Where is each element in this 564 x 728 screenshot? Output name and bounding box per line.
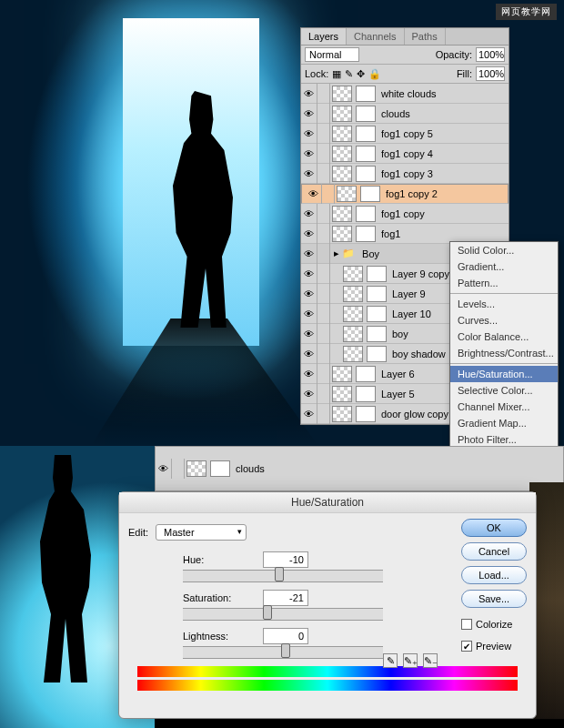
menu-item[interactable]: Pattern... xyxy=(450,275,558,291)
menu-item[interactable]: Channel Mixer... xyxy=(450,399,558,415)
cancel-button[interactable]: Cancel xyxy=(461,542,527,561)
layer-name: fog1 copy 4 xyxy=(378,148,509,159)
visibility-icon[interactable]: 👁 xyxy=(301,284,317,304)
visibility-icon[interactable]: 👁 xyxy=(301,384,317,404)
menu-item[interactable]: Gradient Map... xyxy=(450,415,558,431)
visibility-icon[interactable]: 👁 xyxy=(156,459,172,479)
visibility-icon[interactable]: 👁 xyxy=(301,364,317,384)
link-col xyxy=(317,124,330,144)
layer-thumb xyxy=(332,386,352,402)
menu-item[interactable]: Gradient... xyxy=(450,258,558,275)
opacity-field[interactable]: 100% xyxy=(476,47,505,62)
layer-row[interactable]: 👁fog1 copy 2 xyxy=(301,184,509,204)
visibility-icon[interactable]: 👁 xyxy=(301,224,317,244)
link-col xyxy=(317,84,330,104)
link-col xyxy=(317,244,330,264)
load-button[interactable]: Load... xyxy=(461,566,527,584)
saturation-field[interactable]: -21 xyxy=(263,590,308,606)
edit-dropdown[interactable]: Master xyxy=(156,524,247,541)
hue-field[interactable]: -10 xyxy=(263,551,308,568)
mask-thumb xyxy=(367,266,387,282)
visibility-icon[interactable]: 👁 xyxy=(306,184,322,204)
menu-item[interactable]: Solid Color... xyxy=(450,242,558,258)
eyedropper-subtract-icon[interactable]: ✎₋ xyxy=(423,653,438,668)
menu-item[interactable]: Hue/Saturation... xyxy=(450,366,558,382)
tab-channels[interactable]: Channels xyxy=(347,28,404,45)
preview-checkbox[interactable]: ✔ xyxy=(461,641,472,652)
mask-thumb xyxy=(360,186,380,202)
strip-layer-name: clouds xyxy=(232,463,563,474)
menu-item[interactable]: Levels... xyxy=(450,296,558,312)
lock-all-icon[interactable]: 🔒 xyxy=(368,68,381,80)
mask-thumb xyxy=(356,166,376,182)
layer-name: fog1 xyxy=(378,228,509,239)
layer-row[interactable]: 👁clouds xyxy=(301,104,509,124)
layer-row[interactable]: 👁fog1 copy 3 xyxy=(301,164,509,184)
lock-paint-icon[interactable]: ✎ xyxy=(345,68,353,80)
tab-paths[interactable]: Paths xyxy=(405,28,446,45)
fill-field[interactable]: 100% xyxy=(476,66,505,81)
mask-thumb xyxy=(356,206,376,222)
layer-row[interactable]: 👁fog1 copy 4 xyxy=(301,144,509,164)
eyedropper-group: ✎ ✎₊ ✎₋ xyxy=(383,653,438,668)
visibility-icon[interactable]: 👁 xyxy=(301,204,317,224)
visibility-icon[interactable]: 👁 xyxy=(301,304,317,324)
lock-position-icon[interactable]: ✥ xyxy=(357,68,365,80)
eyedropper-icon[interactable]: ✎ xyxy=(383,653,398,668)
hue-label: Hue: xyxy=(183,554,256,565)
visibility-icon[interactable]: 👁 xyxy=(301,244,317,264)
lightness-field[interactable]: 0 xyxy=(263,628,308,644)
link-col xyxy=(172,459,185,479)
layer-thumb xyxy=(186,460,206,477)
layer-thumb xyxy=(343,286,363,302)
lock-label: Lock: xyxy=(305,68,328,79)
dialog-title: Hue/Saturation xyxy=(119,492,536,513)
colorize-checkbox[interactable] xyxy=(461,619,472,630)
menu-item[interactable]: Curves... xyxy=(450,312,558,329)
visibility-icon[interactable]: 👁 xyxy=(301,164,317,184)
opacity-label: Opacity: xyxy=(436,49,472,60)
tab-layers[interactable]: Layers xyxy=(301,28,347,45)
link-col xyxy=(317,144,330,164)
mask-thumb xyxy=(356,226,376,242)
ok-button[interactable]: OK xyxy=(461,519,527,537)
visibility-icon[interactable]: 👁 xyxy=(301,344,317,364)
save-button[interactable]: Save... xyxy=(461,590,527,608)
blend-row: Normal Opacity: 100% xyxy=(301,46,509,64)
layer-thumb xyxy=(332,226,352,242)
colorize-label: Colorize xyxy=(476,619,512,630)
menu-item[interactable]: Brightness/Contrast... xyxy=(450,345,558,361)
saturation-slider[interactable] xyxy=(183,608,383,621)
link-col xyxy=(317,164,330,184)
visibility-icon[interactable]: 👁 xyxy=(301,84,317,104)
dialog-buttons: OK Cancel Load... Save... Colorize ✔ Pre… xyxy=(461,519,527,652)
visibility-icon[interactable]: 👁 xyxy=(301,404,317,424)
layer-row[interactable]: 👁fog1 copy xyxy=(301,204,509,224)
lightness-label: Lightness: xyxy=(183,631,256,642)
layer-name: white clouds xyxy=(378,88,509,99)
layer-name: fog1 copy 5 xyxy=(378,128,509,139)
menu-item[interactable]: Selective Color... xyxy=(450,382,558,399)
layer-row[interactable]: 👁fog1 copy 5 xyxy=(301,124,509,144)
hue-slider[interactable] xyxy=(183,570,383,582)
visibility-icon[interactable]: 👁 xyxy=(301,104,317,124)
link-col xyxy=(317,264,330,284)
preview-label: Preview xyxy=(476,641,511,652)
visibility-icon[interactable]: 👁 xyxy=(301,264,317,284)
mask-thumb xyxy=(210,460,230,477)
layer-row[interactable]: 👁white clouds xyxy=(301,84,509,104)
visibility-icon[interactable]: 👁 xyxy=(301,144,317,164)
layer-thumb xyxy=(343,306,363,322)
lock-row: Lock: ▦ ✎ ✥ 🔒 Fill: 100% xyxy=(301,64,509,84)
lightness-slider[interactable] xyxy=(183,646,383,659)
layer-thumb xyxy=(343,326,363,342)
visibility-icon[interactable]: 👁 xyxy=(301,124,317,144)
blend-mode-select[interactable]: Normal xyxy=(305,47,359,62)
visibility-icon[interactable]: 👁 xyxy=(301,324,317,344)
menu-item[interactable]: Color Balance... xyxy=(450,329,558,345)
link-col xyxy=(317,284,330,304)
eyedropper-add-icon[interactable]: ✎₊ xyxy=(403,653,418,668)
layer-name: clouds xyxy=(378,108,509,119)
lock-transparency-icon[interactable]: ▦ xyxy=(332,68,341,80)
link-col xyxy=(317,304,330,324)
